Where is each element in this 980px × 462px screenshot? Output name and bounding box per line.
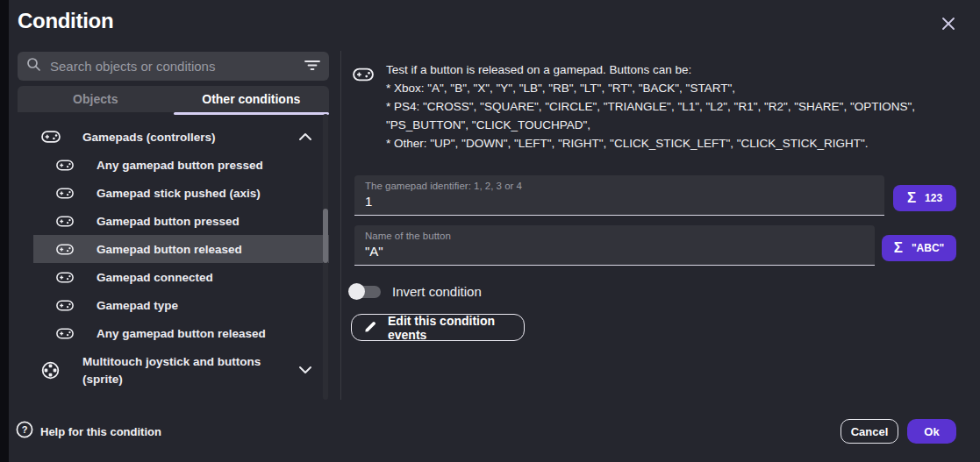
gamepad-icon [56, 300, 74, 311]
list-item[interactable]: Gamepad stick pushed (axis) [9, 179, 329, 207]
search-icon [26, 57, 41, 75]
invert-condition-label: Invert condition [392, 284, 482, 299]
filter-icon[interactable] [304, 59, 320, 75]
field-label: The gamepad identifier: 1, 2, 3 or 4 [365, 181, 874, 191]
gamepad-icon [56, 216, 74, 227]
gamepad-icon [56, 160, 74, 171]
tab-bar: Objects Other conditions [18, 86, 329, 112]
conditions-tree: Gamepads (controllers) Any gamepad butto… [9, 114, 333, 400]
invert-condition-toggle[interactable] [348, 283, 382, 300]
close-button[interactable] [937, 14, 960, 37]
field-label: Name of the button [365, 231, 864, 241]
ok-button[interactable]: Ok [907, 419, 956, 444]
pencil-icon [364, 320, 377, 336]
gamepad-icon [41, 131, 61, 143]
chevron-down-icon[interactable] [298, 366, 312, 374]
gamepad-icon [56, 328, 74, 339]
gamepad-icon [56, 272, 74, 283]
list-item[interactable]: Gamepad button pressed [9, 207, 329, 235]
group-label: Multitouch joystick and buttons(sprite) [82, 353, 275, 388]
gamepad-icon [56, 188, 74, 199]
tab-objects[interactable]: Objects [18, 86, 174, 112]
gamepad-icon [353, 68, 374, 82]
description-line: * Xbox: "A", "B", "X", "Y", "LB", "RB", … [386, 79, 969, 97]
tab-objects-label: Objects [73, 92, 118, 106]
list-item-label: Gamepad connected [97, 271, 213, 284]
ok-button-label: Ok [924, 425, 939, 438]
list-item-label: Gamepad button released [97, 243, 242, 256]
list-item-selected[interactable]: Gamepad button released [33, 235, 329, 263]
cancel-button[interactable]: Cancel [841, 419, 898, 444]
group-row-multitouch[interactable]: Multitouch joystick and buttons(sprite) [9, 349, 329, 391]
search-input[interactable] [48, 58, 304, 75]
svg-text:?: ? [22, 424, 28, 435]
help-icon: ? [16, 421, 33, 442]
tab-other-conditions[interactable]: Other conditions [174, 86, 330, 112]
description-line: * Other: "UP", "DOWN", "LEFT", "RIGHT", … [386, 134, 969, 153]
gamepad-icon [56, 244, 74, 255]
list-item[interactable]: Gamepad type [9, 291, 329, 319]
expression-builder-number-button[interactable]: Σ 123 [893, 185, 956, 211]
description-line: "PS_BUTTON", "CLICK_TOUCHPAD", [386, 116, 969, 134]
list-item-label: Gamepad stick pushed (axis) [97, 187, 261, 200]
help-link[interactable]: ? Help for this condition [16, 421, 161, 442]
toggle-knob [348, 283, 365, 300]
multitouch-dpad-icon [41, 361, 61, 380]
dialog-surface: Condition Objects Other conditions [9, 0, 980, 462]
condition-description: Test if a button is released on a gamepa… [386, 60, 969, 153]
scrollbar-thumb[interactable] [323, 209, 328, 263]
cancel-button-label: Cancel [851, 425, 889, 438]
search-bar [18, 52, 329, 81]
group-label-line2: (sprite) [82, 373, 123, 386]
expression-button-label: "ABC" [912, 242, 944, 254]
group-label-line1: Multitouch joystick and buttons [82, 355, 261, 368]
help-label: Help for this condition [40, 425, 161, 438]
list-item-label: Any gamepad button released [97, 327, 266, 340]
gamepad-identifier-input[interactable] [365, 194, 874, 209]
group-row-gamepads[interactable]: Gamepads (controllers) [9, 123, 329, 151]
expression-button-label: 123 [925, 192, 942, 204]
description-line: * PS4: "CROSS", "SQUARE", "CIRCLE", "TRI… [386, 97, 969, 116]
page-title: Condition [18, 9, 113, 33]
edit-condition-events-button[interactable]: Edit this condition events [351, 314, 525, 341]
list-scrollbar[interactable] [323, 114, 328, 400]
sigma-icon: Σ [907, 189, 916, 207]
tab-other-conditions-label: Other conditions [202, 92, 300, 106]
list-item-label: Gamepad button pressed [97, 215, 240, 228]
list-item[interactable]: Any gamepad button released [9, 319, 329, 347]
list-item-label: Any gamepad button pressed [97, 159, 263, 172]
description-line: Test if a button is released on a gamepa… [386, 60, 969, 79]
close-icon [941, 16, 956, 35]
list-item[interactable]: Gamepad connected [9, 263, 329, 291]
button-name-field[interactable]: Name of the button [354, 225, 875, 266]
sigma-icon: Σ [894, 239, 903, 257]
group-label: Gamepads (controllers) [82, 131, 216, 144]
edit-button-label: Edit this condition events [388, 314, 524, 342]
gamepad-identifier-field[interactable]: The gamepad identifier: 1, 2, 3 or 4 [354, 175, 884, 216]
chevron-up-icon[interactable] [298, 132, 312, 141]
expression-builder-string-button[interactable]: Σ "ABC" [882, 235, 956, 261]
button-name-input[interactable] [365, 244, 864, 259]
panel-divider [340, 51, 341, 400]
list-item[interactable]: Any gamepad button pressed [9, 151, 329, 179]
list-item-label: Gamepad type [97, 299, 178, 312]
condition-dialog: Condition Objects Other conditions [0, 0, 980, 462]
